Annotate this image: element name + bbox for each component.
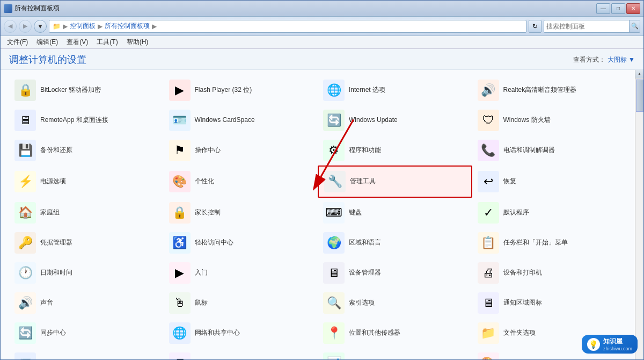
item-icon: 🖥: [169, 352, 191, 359]
list-item[interactable]: ▶ Flash Player (32 位): [164, 75, 318, 105]
item-label: 恢复: [503, 177, 516, 186]
item-icon: 🌐: [169, 322, 191, 344]
item-label: 个性化: [195, 177, 214, 186]
list-item[interactable]: 🔍 索引选项: [318, 288, 472, 318]
item-icon: 📞: [478, 140, 499, 161]
menu-tools[interactable]: 工具(T): [92, 37, 122, 48]
maximize-button[interactable]: □: [611, 3, 625, 14]
item-icon: 📁: [478, 322, 499, 344]
list-item[interactable]: 🔒 家长控制: [164, 198, 318, 228]
list-item[interactable]: 🪪 Windows CardSpace: [164, 105, 318, 135]
list-item[interactable]: 🔒 BitLocker 驱动器加密: [9, 75, 164, 105]
close-button[interactable]: ✕: [626, 3, 640, 14]
list-item[interactable]: 💻 系统: [9, 348, 164, 359]
item-icon: ▶: [169, 80, 191, 101]
menu-edit[interactable]: 编辑(E): [32, 37, 62, 48]
list-item[interactable]: ⚑ 操作中心: [164, 135, 318, 165]
page-title: 调整计算机的设置: [9, 53, 86, 66]
list-item[interactable]: ⌨ 键盘: [318, 198, 472, 228]
item-icon: 🎨: [169, 171, 191, 192]
item-icon: 🕐: [14, 262, 36, 284]
search-button[interactable]: 🔍: [629, 20, 640, 33]
list-item[interactable]: 🔊 Realtek高清晰音频管理器: [472, 75, 627, 105]
address-bar[interactable]: 📁 ▶ 控制面板 ▶ 所有控制面板项 ▶: [49, 20, 526, 33]
list-item[interactable]: 🔊 声音: [9, 288, 164, 318]
item-label: 位置和其他传感器: [349, 329, 400, 337]
item-icon: 🌍: [323, 232, 345, 254]
list-item[interactable]: 🔧 管理工具: [318, 165, 472, 198]
item-label: RemoteApp 和桌面连接: [40, 116, 108, 125]
list-item[interactable]: 💾 备份和还原: [9, 135, 164, 165]
list-item[interactable]: 🌐 Internet 选项: [318, 75, 472, 105]
list-item[interactable]: 🛡 Windows 防火墙: [472, 105, 627, 135]
list-item[interactable]: 🖥 设备管理器: [318, 258, 472, 288]
list-item[interactable]: 📍 位置和其他传感器: [318, 318, 472, 348]
item-icon: 🔄: [323, 110, 345, 131]
list-item[interactable]: 📞 电话和调制解调器: [472, 135, 627, 165]
list-item[interactable]: ♿ 轻松访问中心: [164, 228, 318, 258]
navbar: ◀ ▶ ▼ 📁 ▶ 控制面板 ▶ 所有控制面板项 ▶ ↻ 🔍: [1, 17, 643, 36]
list-item[interactable]: 🎨 个性化: [164, 165, 318, 198]
item-label: 显示: [195, 359, 208, 359]
item-icon: 🪪: [169, 110, 191, 131]
list-item[interactable]: 🖥 通知区域图标: [472, 288, 627, 318]
list-item[interactable]: 🔑 凭据管理器: [9, 228, 164, 258]
item-label: 程序和功能: [349, 146, 381, 155]
scroll-thumb[interactable]: [636, 80, 643, 112]
list-item[interactable]: 📊 性能信息和工具: [318, 348, 472, 359]
item-icon: 💻: [14, 352, 36, 359]
minimize-button[interactable]: —: [596, 3, 610, 14]
content-header: 调整计算机的设置 查看方式： 大图标 ▼: [1, 49, 643, 70]
item-icon: ♿: [169, 232, 191, 254]
list-item[interactable]: 🖥 显示: [164, 348, 318, 359]
item-label: 日期和时间: [40, 269, 72, 277]
dropdown-button[interactable]: ▼: [34, 20, 47, 33]
menu-file[interactable]: 文件(F): [3, 37, 32, 48]
item-icon: 🔊: [14, 292, 36, 314]
list-item[interactable]: 🖨 设备和打印机: [472, 258, 627, 288]
path-sep: ▶: [63, 23, 68, 30]
item-label: 设备和打印机: [503, 269, 542, 277]
item-label: 颜色管理: [503, 359, 529, 359]
search-box: 🔍: [544, 20, 640, 33]
list-item[interactable]: 🌐 网络和共享中心: [164, 318, 318, 348]
item-icon: 🖨: [478, 262, 499, 284]
back-button[interactable]: ◀: [4, 20, 17, 33]
menu-help[interactable]: 帮助(H): [122, 37, 153, 48]
list-item[interactable]: 🖱 鼠标: [164, 288, 318, 318]
content-area: 调整计算机的设置 查看方式： 大图标 ▼ 🔒 BitLocker 驱动器加密 ▶…: [1, 49, 643, 359]
path-sep3: ▶: [152, 23, 157, 30]
menu-view[interactable]: 查看(V): [62, 37, 92, 48]
item-label: 入门: [195, 269, 208, 277]
list-item[interactable]: 📋 任务栏和「开始」菜单: [472, 228, 627, 258]
view-type-link[interactable]: 大图标 ▼: [608, 55, 635, 64]
list-item[interactable]: ↩ 恢复: [472, 165, 627, 198]
forward-button[interactable]: ▶: [19, 20, 32, 33]
item-label: 声音: [40, 299, 53, 307]
scrollbar[interactable]: ▲: [635, 70, 643, 359]
list-item[interactable]: 🔄 同步中心: [9, 318, 164, 348]
list-item[interactable]: 🌍 区域和语言: [318, 228, 472, 258]
item-icon: ✓: [478, 202, 499, 224]
list-item[interactable]: 🖥 RemoteApp 和桌面连接: [9, 105, 164, 135]
item-icon: 🖥: [14, 110, 36, 131]
list-item[interactable]: 🏠 家庭组: [9, 198, 164, 228]
scroll-up-arrow[interactable]: ▲: [635, 70, 644, 78]
list-item[interactable]: ✓ 默认程序: [472, 198, 627, 228]
item-label: 电源选项: [40, 177, 66, 186]
item-label: Windows Update: [349, 116, 398, 125]
item-label: Windows CardSpace: [195, 116, 255, 125]
list-item[interactable]: ▶ 入门: [164, 258, 318, 288]
refresh-button[interactable]: ↻: [529, 20, 541, 33]
item-icon: 🔧: [324, 171, 346, 192]
titlebar: 所有控制面板项 — □ ✕: [1, 1, 643, 17]
list-item[interactable]: ⚙ 程序和功能: [318, 135, 472, 165]
search-input[interactable]: [544, 23, 629, 30]
item-icon: ⚙: [323, 140, 345, 161]
item-icon: 🖥: [478, 292, 499, 314]
item-label: 电话和调制解调器: [503, 146, 555, 155]
list-item[interactable]: 🕐 日期和时间: [9, 258, 164, 288]
item-icon: 💾: [14, 140, 36, 161]
list-item[interactable]: ⚡ 电源选项: [9, 165, 164, 198]
list-item[interactable]: 🔄 Windows Update: [318, 105, 472, 135]
